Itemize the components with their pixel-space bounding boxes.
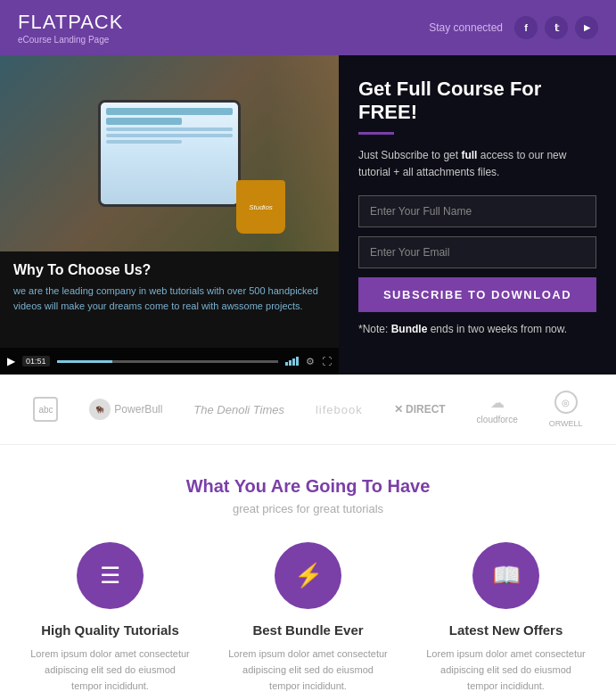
facebook-icon[interactable]: f bbox=[514, 16, 538, 39]
video-timestamp: 01:51 bbox=[22, 356, 50, 366]
logo-text: FLATPACK bbox=[18, 11, 123, 34]
logo-powerbull: 🦬 PowerBull bbox=[89, 399, 162, 420]
tablet-row-1 bbox=[106, 118, 182, 125]
settings-icon[interactable]: ⚙ bbox=[306, 356, 315, 367]
tutorials-icon: ☰ bbox=[77, 542, 144, 609]
offers-body: Lorem ipsum dolor amet consectetur adipi… bbox=[426, 646, 587, 694]
logo-subtitle: eCourse Landing Page bbox=[18, 35, 123, 45]
features-heading: What You Are Going To Have bbox=[18, 476, 598, 497]
hero-left-text: Why To Choose Us? we are the leading com… bbox=[0, 251, 339, 324]
features-section: What You Are Going To Have great prices … bbox=[0, 445, 616, 700]
video-controls[interactable]: ▶ 01:51 ⚙ ⛶ bbox=[0, 348, 339, 375]
hero-left-body: we are the leading company in web tutori… bbox=[13, 284, 325, 313]
coffee-mug bbox=[236, 180, 285, 234]
site-header: FLATPACK eCourse Landing Page Stay conne… bbox=[0, 0, 616, 55]
bundle-icon: ⚡ bbox=[275, 542, 341, 609]
hero-left: ▶ 01:51 ⚙ ⛶ Why To Choose Us? we are the… bbox=[0, 55, 339, 375]
logo-cloudforce: ☁ cloudforce bbox=[477, 394, 518, 424]
tutorials-title: High Quality Tutorials bbox=[30, 622, 191, 638]
bar-3 bbox=[292, 358, 295, 366]
feature-tutorials: ☰ High Quality Tutorials Lorem ipsum dol… bbox=[30, 542, 191, 694]
logo-orwell: ◎ ORWELL bbox=[549, 391, 583, 428]
bar-1 bbox=[285, 362, 288, 366]
tablet-row-2 bbox=[106, 128, 233, 131]
tablet-row-3 bbox=[106, 134, 233, 137]
video-thumbnail bbox=[0, 55, 339, 251]
powerbull-badge: 🦬 bbox=[89, 399, 111, 420]
stay-connected-label: Stay connected bbox=[429, 21, 503, 34]
accent-divider bbox=[358, 132, 394, 135]
logos-section: abc 🦬 PowerBull The Denoli Times lifeboo… bbox=[0, 375, 616, 445]
bundle-title: Best Bundle Ever bbox=[228, 622, 389, 638]
tutorials-body: Lorem ipsum dolor amet consectetur adipi… bbox=[30, 646, 191, 694]
note-text: *Note: Bundle ends in two weeks from now… bbox=[358, 321, 596, 338]
hero-right-body: Just Subscribe to get full access to our… bbox=[358, 147, 596, 181]
logo-lifebook: lifebook bbox=[316, 403, 363, 416]
logo-direct: ✕ DIRECT bbox=[394, 403, 446, 416]
progress-bar[interactable] bbox=[57, 360, 278, 363]
name-input[interactable] bbox=[358, 195, 596, 227]
features-grid: ☰ High Quality Tutorials Lorem ipsum dol… bbox=[18, 542, 598, 694]
bar-4 bbox=[296, 357, 299, 366]
logo-denoli: The Denoli Times bbox=[193, 403, 284, 416]
play-button[interactable]: ▶ bbox=[7, 355, 15, 367]
logo-abc: abc bbox=[33, 397, 58, 422]
feature-bundle: ⚡ Best Bundle Ever Lorem ipsum dolor ame… bbox=[228, 542, 389, 694]
twitter-icon[interactable]: 𝕥 bbox=[545, 16, 568, 39]
features-header: What You Are Going To Have great prices … bbox=[18, 476, 598, 515]
tablet-row-4 bbox=[106, 140, 182, 144]
hero-right-heading: Get Full Course For FREE! bbox=[358, 78, 596, 125]
orwell-circle: ◎ bbox=[554, 391, 578, 414]
hero-section: ▶ 01:51 ⚙ ⛶ Why To Choose Us? we are the… bbox=[0, 55, 616, 375]
feature-offers: 📖 Latest New Offers Lorem ipsum dolor am… bbox=[426, 542, 587, 694]
signal-bars bbox=[285, 357, 299, 366]
hero-left-heading: Why To Choose Us? bbox=[13, 262, 325, 278]
progress-fill bbox=[57, 360, 112, 363]
tablet-mockup bbox=[98, 100, 241, 207]
hero-right: Get Full Course For FREE! Just Subscribe… bbox=[339, 55, 616, 375]
bundle-body: Lorem ipsum dolor amet consectetur adipi… bbox=[228, 646, 389, 694]
logo: FLATPACK eCourse Landing Page bbox=[18, 11, 123, 45]
email-input[interactable] bbox=[358, 236, 596, 268]
header-right: Stay connected f 𝕥 ▶ bbox=[429, 16, 598, 39]
subscribe-button[interactable]: SUBSCRIBE TO DOWNLOAD bbox=[358, 277, 596, 312]
fullscreen-icon[interactable]: ⛶ bbox=[322, 356, 332, 366]
offers-title: Latest New Offers bbox=[426, 622, 587, 638]
features-subheading: great prices for great tutorials bbox=[18, 502, 598, 515]
offers-icon: 📖 bbox=[472, 542, 539, 609]
tablet-header-row bbox=[106, 108, 233, 115]
bar-2 bbox=[289, 360, 292, 366]
tablet-screen bbox=[101, 103, 238, 204]
youtube-icon[interactable]: ▶ bbox=[575, 16, 598, 39]
